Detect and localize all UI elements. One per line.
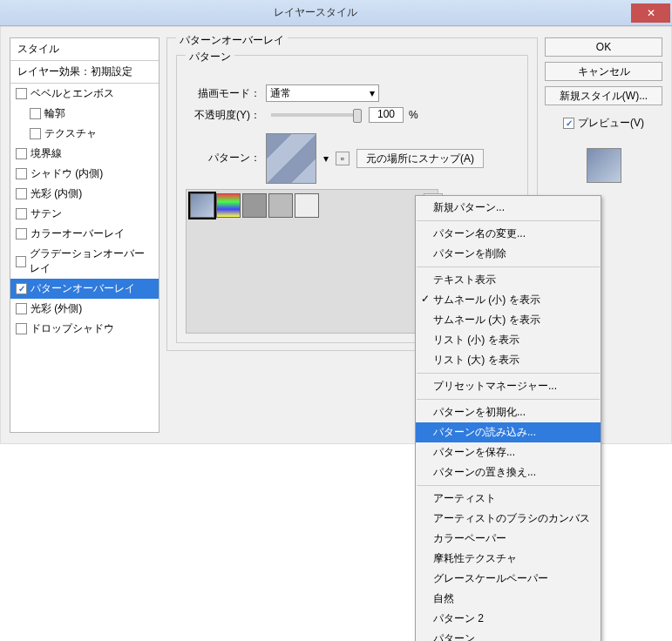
menu-item[interactable]: パターン名の変更... (416, 224, 601, 244)
menu-item[interactable]: パターンを削除 (416, 244, 601, 264)
styles-panel: スタイル レイヤー効果：初期設定 ベベルとエンボス輪郭テクスチャ境界線シャドウ … (10, 37, 160, 433)
blend-mode-label: 描画モード： (186, 86, 261, 101)
pattern-thumb[interactable] (295, 193, 319, 218)
snap-button[interactable]: 元の場所にスナップ(A) (356, 149, 484, 168)
menu-separator (417, 485, 600, 486)
checkbox-icon[interactable] (30, 108, 41, 119)
style-label: パターンオーバーレイ (31, 281, 135, 296)
title-bar: レイヤースタイル ✕ (0, 0, 672, 26)
menu-separator (417, 267, 600, 267)
style-label: グラデーションオーバーレイ (30, 246, 153, 276)
menu-item[interactable]: パターンの読み込み... (416, 422, 601, 442)
cancel-button[interactable]: キャンセル (545, 62, 662, 81)
menu-separator (417, 373, 600, 374)
styles-subheader[interactable]: レイヤー効果：初期設定 (10, 61, 159, 84)
style-label: ベベルとエンボス (31, 86, 114, 101)
menu-item[interactable]: パターンの置き換え... (416, 462, 601, 482)
style-item[interactable]: ベベルとエンボス (10, 84, 159, 104)
preview-checkbox[interactable]: プレビュー(V) (545, 116, 662, 131)
pattern-thumb[interactable] (268, 193, 293, 218)
chevron-down-icon: ▾ (370, 87, 375, 99)
menu-item[interactable]: パターン (416, 629, 601, 641)
check-icon: ✓ (421, 293, 430, 305)
window-title: レイヤースタイル (0, 5, 631, 20)
close-icon: ✕ (647, 7, 655, 19)
document-icon: ▫ (341, 152, 344, 165)
checkbox-icon[interactable] (16, 283, 27, 294)
style-item[interactable]: 光彩 (内側) (10, 184, 159, 204)
close-button[interactable]: ✕ (631, 3, 670, 23)
menu-separator (417, 399, 600, 400)
style-label: テクスチャ (44, 126, 97, 141)
pattern-thumb[interactable] (216, 193, 241, 218)
menu-item[interactable]: 新規パターン... (416, 198, 601, 218)
style-label: 境界線 (31, 146, 62, 161)
menu-item[interactable]: グレースケールペーパー (416, 569, 601, 589)
group-title: パターンオーバーレイ (176, 33, 288, 48)
pattern-thumb[interactable] (242, 193, 267, 218)
style-label: 輪郭 (44, 106, 65, 121)
menu-item[interactable]: カラーペーパー (416, 529, 601, 549)
style-label: 光彩 (内側) (31, 186, 82, 201)
checkbox-icon[interactable] (16, 88, 27, 99)
checkbox-icon[interactable] (16, 228, 27, 240)
style-item[interactable]: カラーオーバーレイ (10, 224, 159, 244)
menu-item[interactable]: 摩耗性テクスチャ (416, 549, 601, 569)
style-item[interactable]: ドロップシャドウ (10, 319, 159, 339)
pattern-thumb[interactable] (190, 193, 214, 218)
pattern-picker: ✲▸ (186, 189, 438, 334)
styles-header[interactable]: スタイル (10, 38, 159, 61)
chevron-down-icon[interactable]: ▾ (323, 152, 329, 165)
style-item[interactable]: テクスチャ (10, 124, 159, 144)
checkbox-icon[interactable] (16, 188, 27, 199)
menu-separator (417, 220, 600, 221)
inner-title: パターン (186, 50, 234, 64)
opacity-label: 不透明度(Y)： (186, 108, 261, 123)
checkbox-icon (563, 118, 574, 129)
new-style-button[interactable]: 新規スタイル(W)... (545, 86, 662, 105)
ok-button[interactable]: OK (545, 37, 662, 57)
checkbox-icon[interactable] (16, 148, 27, 159)
style-label: 光彩 (外側) (31, 301, 82, 316)
menu-item[interactable]: リスト (大) を表示 (416, 350, 601, 370)
style-item[interactable]: 境界線 (10, 144, 159, 164)
menu-item[interactable]: テキスト表示 (416, 270, 601, 290)
pattern-label: パターン： (186, 133, 261, 165)
menu-item[interactable]: サムネール (大) を表示 (416, 310, 601, 330)
menu-item[interactable]: パターンを初期化... (416, 402, 601, 422)
style-item[interactable]: 輪郭 (10, 104, 159, 124)
style-label: ドロップシャドウ (31, 321, 114, 336)
preview-thumbnail (587, 148, 621, 183)
style-item[interactable]: サテン (10, 204, 159, 224)
menu-item[interactable]: プリセットマネージャー... (416, 376, 601, 396)
checkbox-icon[interactable] (30, 128, 41, 139)
style-item[interactable]: パターンオーバーレイ (10, 279, 159, 299)
new-preset-button[interactable]: ▫ (336, 152, 350, 165)
style-label: シャドウ (内側) (31, 166, 103, 181)
blend-mode-select[interactable]: 通常 ▾ (266, 84, 379, 102)
checkbox-icon[interactable] (16, 208, 27, 219)
menu-item[interactable]: リスト (小) を表示 (416, 330, 601, 350)
menu-item[interactable]: パターンを保存... (416, 442, 601, 462)
menu-item[interactable]: アーティスト (416, 489, 601, 509)
checkbox-icon[interactable] (16, 168, 27, 179)
menu-item[interactable]: パターン 2 (416, 609, 601, 629)
checkbox-icon[interactable] (16, 256, 26, 267)
opacity-slider[interactable] (271, 113, 358, 117)
style-label: カラーオーバーレイ (31, 226, 125, 241)
opacity-input[interactable]: 100 (369, 107, 404, 123)
opacity-unit: % (409, 109, 418, 121)
checkbox-icon[interactable] (16, 303, 27, 314)
menu-item[interactable]: アーティストのブラシのカンバス (416, 509, 601, 529)
menu-item[interactable]: ✓サムネール (小) を表示 (416, 290, 601, 310)
pattern-swatch[interactable] (266, 133, 316, 184)
style-item[interactable]: グラデーションオーバーレイ (10, 244, 159, 279)
style-label: サテン (31, 206, 62, 221)
checkbox-icon[interactable] (16, 323, 27, 334)
style-item[interactable]: 光彩 (外側) (10, 299, 159, 319)
menu-item[interactable]: 自然 (416, 589, 601, 609)
pattern-context-menu: 新規パターン...パターン名の変更...パターンを削除テキスト表示✓サムネール … (415, 195, 601, 641)
style-item[interactable]: シャドウ (内側) (10, 164, 159, 184)
